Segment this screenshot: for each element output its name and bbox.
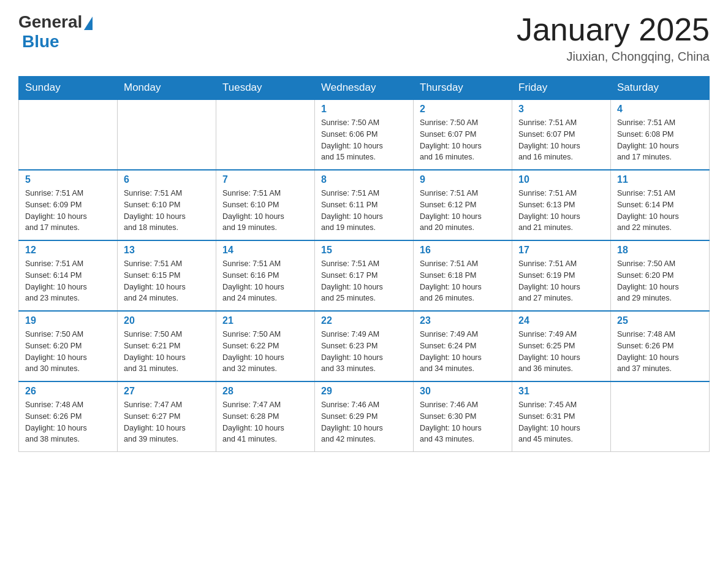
day-number: 21 — [222, 315, 308, 326]
day-number: 20 — [124, 315, 210, 326]
day-number: 17 — [518, 245, 604, 256]
calendar-week-row: 12Sunrise: 7:51 AMSunset: 6:14 PMDayligh… — [19, 240, 710, 311]
day-info: Sunrise: 7:45 AMSunset: 6:31 PMDaylight:… — [518, 399, 604, 445]
day-info: Sunrise: 7:50 AMSunset: 6:20 PMDaylight:… — [25, 329, 111, 375]
calendar-header-thursday: Thursday — [414, 77, 512, 100]
day-number: 30 — [420, 386, 506, 397]
calendar-cell: 22Sunrise: 7:49 AMSunset: 6:23 PMDayligh… — [315, 311, 414, 381]
calendar-cell: 8Sunrise: 7:51 AMSunset: 6:11 PMDaylight… — [315, 170, 414, 240]
day-info: Sunrise: 7:51 AMSunset: 6:15 PMDaylight:… — [124, 258, 210, 304]
day-info: Sunrise: 7:51 AMSunset: 6:19 PMDaylight:… — [518, 258, 604, 304]
day-number: 26 — [25, 386, 111, 397]
calendar-cell: 18Sunrise: 7:50 AMSunset: 6:20 PMDayligh… — [611, 240, 710, 311]
day-number: 31 — [518, 386, 604, 397]
day-number: 22 — [321, 315, 407, 326]
calendar-cell: 20Sunrise: 7:50 AMSunset: 6:21 PMDayligh… — [118, 311, 216, 381]
day-number: 15 — [321, 245, 407, 256]
calendar-cell: 11Sunrise: 7:51 AMSunset: 6:14 PMDayligh… — [611, 170, 710, 240]
calendar-cell: 2Sunrise: 7:50 AMSunset: 6:07 PMDaylight… — [414, 99, 512, 170]
calendar-cell: 26Sunrise: 7:48 AMSunset: 6:26 PMDayligh… — [19, 381, 118, 452]
calendar-cell — [216, 99, 315, 170]
day-info: Sunrise: 7:51 AMSunset: 6:14 PMDaylight:… — [25, 258, 111, 304]
day-info: Sunrise: 7:51 AMSunset: 6:13 PMDaylight:… — [518, 188, 604, 234]
logo-general-text: General — [18, 12, 82, 32]
day-info: Sunrise: 7:51 AMSunset: 6:11 PMDaylight:… — [321, 188, 407, 234]
day-info: Sunrise: 7:50 AMSunset: 6:20 PMDaylight:… — [617, 258, 703, 304]
calendar-cell: 6Sunrise: 7:51 AMSunset: 6:10 PMDaylight… — [118, 170, 216, 240]
day-info: Sunrise: 7:46 AMSunset: 6:30 PMDaylight:… — [420, 399, 506, 445]
day-info: Sunrise: 7:46 AMSunset: 6:29 PMDaylight:… — [321, 399, 407, 445]
day-info: Sunrise: 7:49 AMSunset: 6:24 PMDaylight:… — [420, 329, 506, 375]
day-info: Sunrise: 7:51 AMSunset: 6:08 PMDaylight:… — [617, 117, 703, 163]
logo-triangle-icon — [84, 17, 93, 30]
calendar-table: SundayMondayTuesdayWednesdayThursdayFrid… — [18, 76, 710, 452]
calendar-header-saturday: Saturday — [611, 77, 710, 100]
calendar-cell: 21Sunrise: 7:50 AMSunset: 6:22 PMDayligh… — [216, 311, 315, 381]
day-number: 13 — [124, 245, 210, 256]
day-info: Sunrise: 7:50 AMSunset: 6:21 PMDaylight:… — [124, 329, 210, 375]
calendar-cell: 29Sunrise: 7:46 AMSunset: 6:29 PMDayligh… — [315, 381, 414, 452]
day-info: Sunrise: 7:51 AMSunset: 6:16 PMDaylight:… — [222, 258, 308, 304]
calendar-cell: 24Sunrise: 7:49 AMSunset: 6:25 PMDayligh… — [512, 311, 611, 381]
logo: General Blue — [18, 12, 93, 52]
calendar-header-wednesday: Wednesday — [315, 77, 414, 100]
calendar-cell: 4Sunrise: 7:51 AMSunset: 6:08 PMDaylight… — [611, 99, 710, 170]
day-info: Sunrise: 7:49 AMSunset: 6:25 PMDaylight:… — [518, 329, 604, 375]
calendar-cell: 7Sunrise: 7:51 AMSunset: 6:10 PMDaylight… — [216, 170, 315, 240]
day-info: Sunrise: 7:51 AMSunset: 6:10 PMDaylight:… — [222, 188, 308, 234]
calendar-week-row: 1Sunrise: 7:50 AMSunset: 6:06 PMDaylight… — [19, 99, 710, 170]
calendar-header-sunday: Sunday — [19, 77, 118, 100]
calendar-header-monday: Monday — [118, 77, 216, 100]
day-info: Sunrise: 7:51 AMSunset: 6:07 PMDaylight:… — [518, 117, 604, 163]
day-number: 5 — [25, 174, 111, 185]
day-number: 6 — [124, 174, 210, 185]
day-number: 3 — [518, 104, 604, 115]
day-info: Sunrise: 7:51 AMSunset: 6:14 PMDaylight:… — [617, 188, 703, 234]
day-number: 27 — [124, 386, 210, 397]
day-number: 14 — [222, 245, 308, 256]
calendar-cell: 9Sunrise: 7:51 AMSunset: 6:12 PMDaylight… — [414, 170, 512, 240]
day-number: 12 — [25, 245, 111, 256]
calendar-cell: 5Sunrise: 7:51 AMSunset: 6:09 PMDaylight… — [19, 170, 118, 240]
calendar-cell: 17Sunrise: 7:51 AMSunset: 6:19 PMDayligh… — [512, 240, 611, 311]
day-number: 16 — [420, 245, 506, 256]
calendar-cell: 3Sunrise: 7:51 AMSunset: 6:07 PMDaylight… — [512, 99, 611, 170]
day-number: 4 — [617, 104, 703, 115]
calendar-cell: 25Sunrise: 7:48 AMSunset: 6:26 PMDayligh… — [611, 311, 710, 381]
calendar-cell: 19Sunrise: 7:50 AMSunset: 6:20 PMDayligh… — [19, 311, 118, 381]
day-info: Sunrise: 7:48 AMSunset: 6:26 PMDaylight:… — [617, 329, 703, 375]
day-number: 11 — [617, 174, 703, 185]
title-section: January 2025 Jiuxian, Chongqing, China — [517, 12, 710, 64]
calendar-cell: 27Sunrise: 7:47 AMSunset: 6:27 PMDayligh… — [118, 381, 216, 452]
calendar-header-friday: Friday — [512, 77, 611, 100]
day-number: 10 — [518, 174, 604, 185]
day-info: Sunrise: 7:51 AMSunset: 6:12 PMDaylight:… — [420, 188, 506, 234]
day-number: 8 — [321, 174, 407, 185]
calendar-header-row: SundayMondayTuesdayWednesdayThursdayFrid… — [19, 77, 710, 100]
day-number: 28 — [222, 386, 308, 397]
calendar-cell: 1Sunrise: 7:50 AMSunset: 6:06 PMDaylight… — [315, 99, 414, 170]
day-number: 9 — [420, 174, 506, 185]
calendar-header-tuesday: Tuesday — [216, 77, 315, 100]
calendar-cell — [19, 99, 118, 170]
calendar-cell: 28Sunrise: 7:47 AMSunset: 6:28 PMDayligh… — [216, 381, 315, 452]
calendar-cell — [611, 381, 710, 452]
calendar-cell: 16Sunrise: 7:51 AMSunset: 6:18 PMDayligh… — [414, 240, 512, 311]
day-info: Sunrise: 7:50 AMSunset: 6:06 PMDaylight:… — [321, 117, 407, 163]
calendar-cell: 30Sunrise: 7:46 AMSunset: 6:30 PMDayligh… — [414, 381, 512, 452]
day-number: 29 — [321, 386, 407, 397]
day-info: Sunrise: 7:50 AMSunset: 6:07 PMDaylight:… — [420, 117, 506, 163]
calendar-cell: 13Sunrise: 7:51 AMSunset: 6:15 PMDayligh… — [118, 240, 216, 311]
day-info: Sunrise: 7:51 AMSunset: 6:09 PMDaylight:… — [25, 188, 111, 234]
calendar-cell — [118, 99, 216, 170]
day-info: Sunrise: 7:47 AMSunset: 6:28 PMDaylight:… — [222, 399, 308, 445]
logo-blue-text: Blue — [22, 32, 59, 52]
day-number: 2 — [420, 104, 506, 115]
day-info: Sunrise: 7:48 AMSunset: 6:26 PMDaylight:… — [25, 399, 111, 445]
calendar-cell: 10Sunrise: 7:51 AMSunset: 6:13 PMDayligh… — [512, 170, 611, 240]
day-number: 18 — [617, 245, 703, 256]
day-number: 1 — [321, 104, 407, 115]
month-title: January 2025 — [517, 12, 710, 47]
day-number: 19 — [25, 315, 111, 326]
day-number: 7 — [222, 174, 308, 185]
